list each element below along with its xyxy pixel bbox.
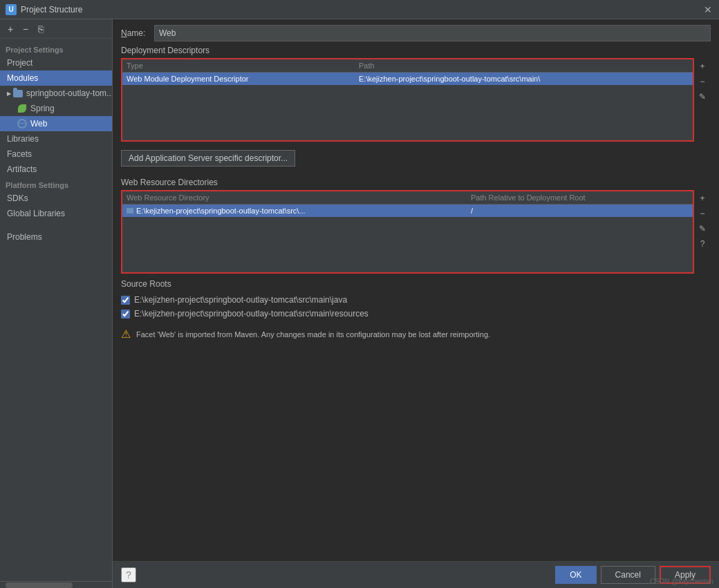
- folder-icon: [12, 88, 24, 99]
- tree-node-label: Spring: [30, 104, 55, 113]
- sidebar-item-label: SDKs: [7, 193, 28, 203]
- cell-relative: /: [467, 205, 693, 218]
- source-root-path-0: E:\kejizhen-project\springboot-outlay-to…: [134, 295, 347, 305]
- sidebar-item-facets[interactable]: Facets: [0, 146, 112, 162]
- help-button[interactable]: ?: [121, 567, 136, 582]
- remove-module-button[interactable]: −: [19, 23, 32, 35]
- tree-node-web[interactable]: Web: [0, 116, 112, 131]
- edit-descriptor-button[interactable]: ✎: [695, 90, 709, 104]
- sidebar-item-sdks[interactable]: SDKs: [0, 191, 112, 206]
- dialog-footer: ? OK Cancel Apply: [113, 561, 719, 588]
- sidebar-item-global-libraries[interactable]: Global Libraries: [0, 206, 112, 221]
- deployment-descriptors-table: Type Path Web Module Deployment Descript…: [122, 59, 693, 140]
- app-icon: U: [6, 4, 17, 15]
- source-root-path-1: E:\kejizhen-project\springboot-outlay-to…: [134, 309, 368, 319]
- warning-bar: ⚠ Facet 'Web' is imported from Maven. An…: [113, 323, 719, 345]
- sidebar-item-label: Artifacts: [7, 164, 37, 174]
- web-resource-directories-table: Web Resource Directory Path Relative to …: [122, 191, 693, 272]
- cell-path: E:\kejizhen-project\springboot-outlay-to…: [355, 73, 693, 86]
- sidebar: + − ⎘ Project Settings Project Modules ▶…: [0, 19, 113, 588]
- name-label: Name:: [121, 28, 149, 38]
- sidebar-scrollbar[interactable]: [0, 581, 112, 588]
- bottom-help-section: ?: [121, 567, 136, 582]
- copy-module-button[interactable]: ⎘: [35, 23, 47, 35]
- content-scroll: Name: Deployment Descriptors Type: [113, 19, 719, 561]
- web-resource-side-buttons: + − ✎ ?: [694, 190, 711, 274]
- scrollbar-thumb: [6, 582, 73, 588]
- source-root-row-1: E:\kejizhen-project\springboot-outlay-to…: [121, 307, 711, 321]
- sidebar-item-label: Project: [7, 58, 32, 68]
- window-title: Project Structure: [21, 5, 702, 15]
- web-resource-table-inner: Web Resource Directory Path Relative to …: [121, 190, 694, 274]
- sidebar-item-label: Facets: [7, 149, 32, 159]
- sidebar-item-label: Modules: [7, 73, 38, 83]
- tree-node-label: springboot-outlay-tom...: [26, 88, 112, 98]
- source-roots-title: Source Roots: [121, 279, 711, 289]
- add-server-descriptor-button[interactable]: Add Application Server specific descript…: [121, 150, 295, 167]
- tree-node-springboot[interactable]: ▶ springboot-outlay-tom...: [0, 86, 112, 101]
- sidebar-item-label: Global Libraries: [7, 209, 65, 218]
- web-resource-directories-section: Web Resource Directories Web Resource Di…: [113, 178, 719, 279]
- name-input[interactable]: [154, 25, 711, 41]
- deployment-table-inner: Type Path Web Module Deployment Descript…: [121, 58, 694, 142]
- col-path: Path: [355, 59, 693, 73]
- sidebar-toolbar: + − ⎘: [0, 19, 112, 39]
- remove-resource-button[interactable]: −: [695, 207, 709, 220]
- sidebar-item-libraries[interactable]: Libraries: [0, 131, 112, 146]
- watermark: CSDN @kejizhentan: [650, 578, 713, 585]
- web-icon: [17, 118, 28, 129]
- deployment-descriptors-section: Deployment Descriptors Type Path: [113, 46, 719, 178]
- sidebar-item-problems[interactable]: Problems: [0, 229, 112, 245]
- cell-type: Web Module Deployment Descriptor: [122, 73, 355, 86]
- sidebar-tree: Project Settings Project Modules ▶ sprin…: [0, 39, 112, 581]
- col-web-dir: Web Resource Directory: [122, 191, 467, 205]
- cell-directory: E:\kejizhen-project\springboot-outlay-to…: [122, 205, 467, 218]
- deployment-descriptors-table-container: Type Path Web Module Deployment Descript…: [121, 58, 711, 142]
- remove-descriptor-button[interactable]: −: [695, 75, 709, 88]
- sidebar-item-project[interactable]: Project: [0, 55, 112, 70]
- title-bar: U Project Structure ✕: [0, 0, 719, 19]
- sidebar-item-artifacts[interactable]: Artifacts: [0, 162, 112, 177]
- project-settings-label: Project Settings: [0, 41, 112, 55]
- name-row: Name:: [113, 19, 719, 46]
- source-root-row-0: E:\kejizhen-project\springboot-outlay-to…: [121, 293, 711, 307]
- web-resource-directories-title: Web Resource Directories: [121, 178, 711, 187]
- table-row[interactable]: Web Module Deployment Descriptor E:\keji…: [122, 73, 693, 86]
- deployment-table-wrapper: Type Path Web Module Deployment Descript…: [121, 58, 694, 142]
- table-row[interactable]: E:\kejizhen-project\springboot-outlay-to…: [122, 205, 693, 218]
- col-relative-path: Path Relative to Deployment Root: [467, 191, 693, 205]
- tree-node-spring[interactable]: Spring: [0, 101, 112, 116]
- edit-resource-button[interactable]: ✎: [695, 222, 709, 236]
- tree-expand-arrow: ▶: [7, 89, 11, 97]
- folder-small-icon: [127, 208, 133, 214]
- col-type: Type: [122, 59, 355, 73]
- sidebar-item-label: Libraries: [7, 134, 39, 144]
- tree-node-label: Web: [30, 119, 47, 129]
- add-descriptor-button[interactable]: +: [695, 59, 709, 73]
- close-button[interactable]: ✕: [702, 4, 713, 15]
- sidebar-item-modules[interactable]: Modules: [0, 70, 112, 86]
- web-resource-table-container: Web Resource Directory Path Relative to …: [121, 190, 711, 274]
- spring-icon: [17, 103, 28, 114]
- source-root-checkbox-1[interactable]: [121, 310, 130, 319]
- deployment-side-buttons: + − ✎: [694, 58, 711, 142]
- platform-settings-label: Platform Settings: [0, 177, 112, 191]
- help-resource-button[interactable]: ?: [695, 237, 709, 251]
- source-root-checkbox-0[interactable]: [121, 296, 130, 305]
- ok-button[interactable]: OK: [555, 566, 596, 584]
- deployment-descriptors-title: Deployment Descriptors: [121, 46, 711, 55]
- web-resource-table-wrapper: Web Resource Directory Path Relative to …: [121, 190, 694, 274]
- content-area: Name: Deployment Descriptors Type: [113, 19, 719, 588]
- add-resource-button[interactable]: +: [695, 191, 709, 205]
- add-module-button[interactable]: +: [4, 23, 17, 35]
- warning-icon: ⚠: [121, 328, 131, 341]
- cancel-button[interactable]: Cancel: [601, 566, 655, 584]
- sidebar-item-label: Problems: [7, 232, 42, 242]
- warning-message: Facet 'Web' is imported from Maven. Any …: [136, 330, 490, 339]
- source-roots-section: Source Roots E:\kejizhen-project\springb…: [113, 279, 719, 323]
- main-layout: + − ⎘ Project Settings Project Modules ▶…: [0, 19, 719, 588]
